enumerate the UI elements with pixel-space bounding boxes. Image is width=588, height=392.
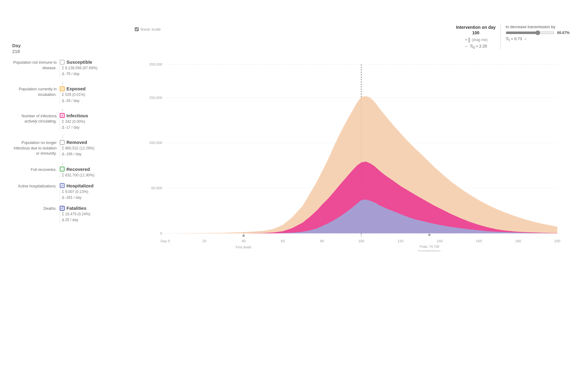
linear-scale-label: linear scale — [141, 27, 161, 32]
susceptible-stats: Σ 6,138,598 (87.69%) Δ -76 / day — [60, 65, 129, 77]
chart-controls: linear scale Intervention on day 100 ⚬‖ … — [135, 24, 570, 49]
susceptible-desc: Population not immune to disease. — [12, 59, 60, 71]
hospitalized-icon — [60, 183, 65, 188]
right-panel: linear scale Intervention on day 100 ⚬‖ … — [129, 24, 570, 361]
removed-stats: Σ 860,532 (12.29%) Δ -196 / day — [60, 145, 129, 157]
svg-text:120: 120 — [398, 239, 404, 243]
susceptible-delta: Δ -76 / day — [62, 71, 129, 77]
infectious-label-row: Infectious — [60, 113, 129, 118]
infectious-stats: Σ 342 (0.00%) Δ -17 / day — [60, 119, 129, 130]
hospitalized-sum: Σ 9,007 (0.13%) — [62, 189, 129, 195]
exposed-name: Exposed — [66, 86, 86, 91]
chart-svg: 0 50,000 100,000 150,000 200,000 Day 0 2… — [135, 52, 570, 251]
exposed-stats: Σ 528 (0.01%) Δ -26 / day — [60, 92, 129, 104]
svg-text:0: 0 — [160, 231, 162, 236]
hospitalized-name: Hospitalized — [66, 183, 93, 188]
recovered-desc: Full recoveries. — [12, 167, 60, 173]
svg-text:First death: First death — [236, 245, 251, 249]
exposed-sum: Σ 528 (0.01%) — [62, 92, 129, 98]
left-panel: Day 218 Population not immune to disease… — [12, 24, 129, 361]
linear-scale-checkbox[interactable] — [135, 27, 139, 31]
svg-text:hospitalizations: hospitalizations — [418, 249, 441, 251]
removed-right: Removed Σ 860,532 (12.29%) Δ -196 / day — [60, 140, 129, 158]
susceptible-right: Susceptible Σ 6,138,598 (87.69%) Δ -76 /… — [60, 59, 129, 78]
exposed-desc: Population currently in incubation. — [12, 86, 60, 97]
infectious-delta: Δ -17 / day — [62, 125, 129, 130]
seir-section: Population not immune to disease. Suscep… — [12, 59, 129, 225]
recovered-name: Recovered — [66, 167, 90, 172]
fatalities-desc: Deaths. — [12, 205, 60, 212]
seir-row-removed: Population no longer infectious due to i… — [12, 140, 129, 158]
fatalities-icon — [60, 206, 65, 211]
svg-text:20: 20 — [202, 239, 207, 243]
svg-text:50,000: 50,000 — [151, 186, 162, 190]
susceptible-name: Susceptible — [66, 59, 92, 65]
fatalities-stats: Σ 16,479 (0.24%) Δ 25 / day — [60, 211, 129, 223]
seir-row-exposed: Population currently in incubation. Expo… — [12, 86, 129, 105]
infectious-right: Infectious Σ 342 (0.00%) Δ -17 / day — [60, 113, 129, 132]
svg-text:200: 200 — [554, 239, 560, 243]
seir-row-hospitalized: Active hospitalizations. Hospitalized Σ … — [12, 183, 129, 202]
svg-text:80: 80 — [320, 239, 324, 243]
infectious-name: Infectious — [66, 113, 88, 118]
svg-text:200,000: 200,000 — [149, 62, 162, 66]
svg-text:180: 180 — [515, 239, 521, 243]
exposed-right: Exposed Σ 528 (0.01%) Δ -26 / day — [60, 86, 129, 105]
drag-handle[interactable]: ⚬‖ (drag me) — [456, 37, 496, 43]
svg-text:100: 100 — [358, 239, 364, 243]
susceptible-label-row: Susceptible — [60, 59, 129, 65]
seir-row-susceptible: Population not immune to disease. Suscep… — [12, 59, 129, 78]
intervention-panel: Intervention on day 100 ⚬‖ (drag me) ← ℛ… — [456, 24, 570, 49]
susceptible-icon — [60, 60, 65, 65]
svg-text:Day 0: Day 0 — [160, 239, 170, 243]
svg-text:160: 160 — [476, 239, 482, 243]
linear-scale-control[interactable]: linear scale — [135, 27, 161, 32]
fatalities-label-row: Fatalities — [60, 205, 129, 211]
infectious-desc: Number of infections actively circulatin… — [12, 113, 60, 124]
fatalities-right: Fatalities Σ 16,479 (0.24%) Δ 25 / day — [60, 205, 129, 224]
rt-display: ℛt = 0.73 → — [506, 36, 570, 42]
svg-text:40: 40 — [242, 239, 246, 243]
recovered-right: Recovered Σ 832,700 (11.90%) — [60, 167, 129, 179]
susceptible-sum: Σ 6,138,598 (87.69%) — [62, 65, 129, 71]
arrow-down-2: ↓ — [61, 107, 129, 112]
svg-point-24 — [428, 234, 431, 236]
seir-row-recovered: Full recoveries. Recovered Σ 832,700 (11… — [12, 167, 129, 179]
infectious-sum: Σ 342 (0.00%) — [62, 119, 129, 125]
hospitalized-label-row: Hospitalized — [60, 183, 129, 188]
svg-text:140: 140 — [437, 239, 443, 243]
infectious-icon — [60, 113, 65, 118]
intervention-right: to decrease transmission by 66.67% ℛt = … — [501, 24, 570, 42]
seir-row-infectious: Number of infections actively circulatin… — [12, 113, 129, 132]
removed-delta: Δ -196 / day — [62, 151, 129, 157]
removed-sum: Σ 860,532 (12.29%) — [62, 145, 129, 151]
day-label: Day — [12, 43, 129, 48]
fatalities-sum: Σ 16,479 (0.24%) — [62, 211, 129, 217]
fatalities-delta: Δ 25 / day — [62, 217, 129, 223]
drag-icon: ⚬‖ — [464, 37, 470, 43]
transmission-slider[interactable] — [506, 30, 555, 35]
hospitalized-desc: Active hospitalizations. — [12, 183, 60, 189]
svg-text:Peak: 74,738: Peak: 74,738 — [420, 245, 439, 248]
svg-text:60: 60 — [281, 239, 285, 243]
percent-label: 66.67% — [557, 31, 570, 35]
hospitalized-right: Hospitalized Σ 9,007 (0.13%) Δ -281 / da… — [60, 183, 129, 202]
recovered-sum: Σ 832,700 (11.90%) — [62, 172, 129, 178]
slider-row[interactable]: 66.67% — [506, 30, 570, 35]
chart-area: 0 50,000 100,000 150,000 200,000 Day 0 2… — [135, 52, 570, 251]
r0-display: ← ℛ0 = 2.20 — [456, 44, 496, 49]
day-value: 218 — [12, 49, 129, 54]
exposed-label-row: Exposed — [60, 86, 129, 91]
removed-desc: Population no longer infectious due to i… — [12, 140, 60, 156]
intervention-title: Intervention on day 100 — [456, 24, 496, 36]
arrow-down-3: ↓ — [61, 134, 129, 139]
seir-row-fatalities: Deaths. Fatalities Σ 16,479 (0.24%) Δ 25… — [12, 205, 129, 224]
exposed-delta: Δ -26 / day — [62, 98, 129, 104]
recovered-label-row: Recovered — [60, 167, 129, 172]
removed-icon — [60, 140, 65, 145]
removed-label-row: Removed — [60, 140, 129, 145]
arrow-down-4: ↓ — [61, 160, 129, 166]
arrow-down-1: ↓ — [61, 80, 129, 85]
hospitalized-delta: Δ -281 / day — [62, 195, 129, 201]
svg-text:150,000: 150,000 — [149, 96, 162, 100]
